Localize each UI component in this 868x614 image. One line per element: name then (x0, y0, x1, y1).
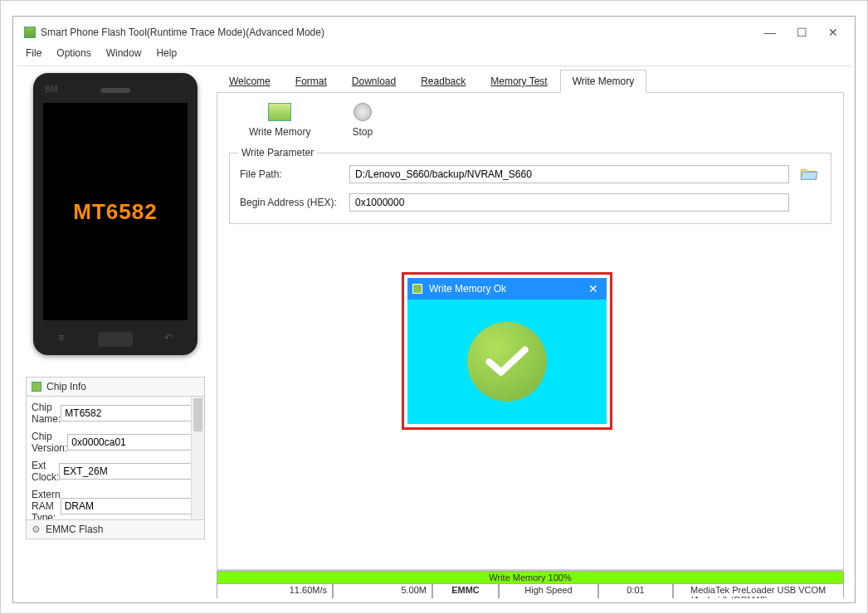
chip-version-label: Chip Version: (32, 431, 67, 454)
phone-brand: BM (45, 85, 58, 94)
tab-bar: Welcome Format Download Readback Memory … (217, 70, 844, 93)
status-storage: EMMC (432, 584, 499, 598)
chip-name-label: Chip Name: (32, 402, 61, 425)
tab-memory-test[interactable]: Memory Test (478, 70, 559, 92)
phone-preview: BM MT6582 ≡ ↶ (33, 73, 197, 355)
status-speed: 11.60M/s (217, 584, 333, 598)
tab-write-memory[interactable]: Write Memory (560, 70, 646, 93)
stop-button[interactable]: Stop (352, 103, 373, 138)
close-button[interactable]: ✕ (827, 27, 839, 38)
status-bar: Write Memory 100% 11.60M/s 5.00M EMMC Hi… (217, 570, 844, 598)
ram-type-label: Extern RAM Type: (32, 489, 61, 519)
browse-button[interactable] (797, 165, 821, 183)
chip-info-panel: Chip Info Chip Name: Chip Version: Ext C… (26, 377, 205, 539)
menu-options[interactable]: Options (56, 47, 90, 59)
success-check-icon (467, 322, 547, 402)
phone-home-button (98, 332, 133, 347)
emmc-flash-header: EMMC Flash (46, 524, 103, 535)
status-time: 0:01 (598, 584, 673, 598)
menu-window[interactable]: Window (106, 47, 142, 59)
chip-info-header: Chip Info (46, 381, 86, 392)
maximize-button[interactable]: ☐ (796, 27, 807, 38)
phone-back-icon: ↶ (164, 332, 173, 344)
ext-clock-label: Ext Clock: (32, 460, 59, 483)
dialog-titlebar[interactable]: Write Memory Ok ✕ (407, 278, 607, 300)
minimize-button[interactable]: — (764, 27, 776, 38)
begin-address-input[interactable] (349, 193, 789, 212)
menubar: File Options Window Help (17, 44, 851, 66)
chip-name-value[interactable] (61, 405, 193, 422)
begin-address-label: Begin Address (HEX): (240, 197, 349, 208)
stop-icon (354, 103, 372, 121)
window-title: Smart Phone Flash Tool(Runtime Trace Mod… (41, 27, 764, 38)
chip-text: MT6582 (73, 199, 157, 225)
write-memory-button[interactable]: Write Memory (249, 103, 310, 138)
write-parameter-fieldset: Write Parameter File Path: Begin Address (229, 153, 831, 224)
chip-icon (32, 382, 41, 392)
stop-label: Stop (352, 126, 373, 138)
chip-version-value[interactable] (67, 434, 200, 451)
tab-content: Write Memory Stop Write Parameter File P… (217, 93, 844, 570)
menu-file[interactable]: File (26, 47, 41, 59)
ram-type-value[interactable] (61, 498, 193, 514)
dialog-title: Write Memory Ok (429, 283, 585, 295)
gear-icon: ⚙ (32, 524, 41, 535)
menu-help[interactable]: Help (156, 47, 177, 59)
titlebar: Smart Phone Flash Tool(Runtime Trace Mod… (17, 21, 851, 44)
folder-icon (800, 168, 818, 181)
ram-icon (268, 103, 291, 121)
dialog-close-button[interactable]: ✕ (585, 282, 602, 295)
dialog-body (407, 300, 607, 424)
dialog-app-icon (412, 284, 422, 294)
progress-bar: Write Memory 100% (217, 571, 844, 584)
status-device: MediaTek PreLoader USB VCOM (Android) (C… (673, 584, 844, 598)
phone-menu-icon: ≡ (58, 332, 64, 344)
tab-download[interactable]: Download (339, 70, 408, 92)
file-path-input[interactable] (349, 165, 789, 183)
ext-clock-value[interactable] (59, 463, 192, 480)
status-mode: High Speed (499, 584, 598, 598)
fieldset-legend: Write Parameter (238, 147, 317, 158)
phone-speaker (100, 88, 130, 93)
status-size: 5.00M (333, 584, 432, 598)
file-path-label: File Path: (240, 168, 349, 180)
write-memory-label: Write Memory (249, 126, 310, 138)
tab-welcome[interactable]: Welcome (217, 70, 283, 92)
write-memory-ok-dialog: Write Memory Ok ✕ (402, 272, 612, 430)
phone-screen: MT6582 (43, 103, 188, 320)
scrollbar[interactable] (191, 397, 204, 519)
tab-readback[interactable]: Readback (408, 70, 478, 92)
tab-format[interactable]: Format (283, 70, 339, 92)
app-icon (24, 27, 36, 38)
